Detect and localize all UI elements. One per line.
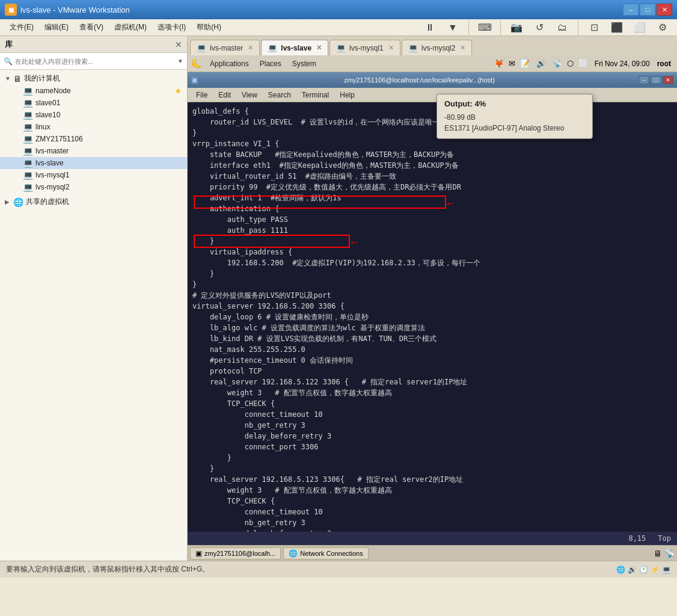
tree-item-lvsmaster[interactable]: 💻 lvs-master (0, 145, 187, 157)
statusbar-icon-power: ⚡ (651, 565, 660, 574)
tab-close-lvsmysql1[interactable]: ✕ (388, 44, 394, 52)
menubar: 文件(E) 编辑(E) 查看(V) 虚拟机(M) 选项卡(I) 帮助(H) ⏸ … (0, 19, 677, 36)
menu-file[interactable]: 文件(E) (5, 20, 38, 34)
menu-tab[interactable]: 选项卡(I) (153, 20, 191, 34)
terminal-close-button[interactable]: ✕ (663, 76, 673, 84)
tree-item-slave10[interactable]: 💻 slave10 (0, 109, 187, 121)
statusbar-icon-network: 🌐 (616, 565, 625, 574)
terminal-controls: – □ ✕ (639, 76, 673, 84)
sidebar-title: 库 (5, 39, 13, 50)
gnome-logo-icon: 🦶 (191, 59, 201, 69)
toolbar-sep-3 (578, 20, 578, 35)
close-button[interactable]: ✕ (657, 4, 672, 16)
snapshot-button[interactable]: 📷 (507, 19, 526, 36)
tab-close-lvsslave[interactable]: ✕ (316, 44, 322, 52)
right-panel: 💻 lvs-master ✕ 💻 lvs-slave ✕ 💻 lvs-mysql… (188, 36, 677, 561)
tab-lvsmysql1[interactable]: 💻 lvs-mysql1 ✕ (329, 40, 400, 55)
fit-guest-button[interactable]: ⊡ (584, 19, 604, 36)
tree-item-slave01[interactable]: 💻 slave01 (0, 97, 187, 109)
send-ctrl-alt-del-button[interactable]: ⌨ (475, 19, 494, 36)
sidebar-close-button[interactable]: ✕ (175, 40, 182, 49)
window-title: lvs-slave - VMware Workstation (20, 5, 130, 14)
gnome-menu-system[interactable]: System (287, 58, 321, 69)
datetime-label: Fri Nov 24, 09:00 (595, 60, 650, 68)
vm-icon-lvsmysql1: 💻 (23, 170, 33, 180)
volume-db: -80.99 dB (444, 112, 585, 123)
cursor-position: 8,15 (628, 534, 646, 543)
tab-lvsslave[interactable]: 💻 lvs-slave ✕ (261, 40, 328, 55)
vm-icon-slave01: 💻 (23, 98, 33, 108)
window-controls: – □ ✕ (623, 4, 672, 16)
term-menu-edit[interactable]: Edit (213, 90, 236, 100)
bluetooth-icon: ⬡ (567, 59, 574, 68)
terminal-task-icon: ▣ (195, 549, 202, 558)
tab-close-lvsmysql2[interactable]: ✕ (460, 44, 465, 52)
browser-icon: 🦊 (494, 59, 504, 68)
manage-snapshots-button[interactable]: 🗂 (553, 19, 572, 36)
menu-help[interactable]: 帮助(H) (192, 20, 226, 34)
terminal-maximize-button[interactable]: □ (651, 76, 661, 84)
vm-icon-namenode: 💻 (23, 86, 33, 96)
terminal-taskbar-btn[interactable]: ▣ zmy21751106@localh... (190, 547, 281, 559)
code-status: 8,15 Top (188, 532, 677, 545)
tree-item-lvsmysql1[interactable]: 💻 lvs-mysql1 (0, 169, 187, 181)
tree-item-shared[interactable]: ▶ 🌐 共享的虚拟机 (0, 196, 187, 208)
maximize-button[interactable]: □ (640, 4, 655, 16)
user-label: root (657, 60, 671, 68)
tree-item-linux[interactable]: 💻 linux (0, 121, 187, 133)
tree-item-namenode[interactable]: 💻 nameNode ★ (0, 85, 187, 97)
menu-view[interactable]: 查看(V) (75, 20, 108, 34)
revert-button[interactable]: ↺ (530, 19, 549, 36)
vm-icon-lvsslave: 💻 (23, 158, 33, 168)
vm-tree: ▼ 🖥 我的计算机 💻 nameNode ★ 💻 slave01 (0, 70, 187, 561)
tray-icon-1[interactable]: 🖥 (654, 549, 662, 558)
terminal-minimize-button[interactable]: – (639, 76, 649, 84)
titlebar-left: ▣ lvs-slave - VMware Workstation (5, 4, 130, 16)
tab-icon-lvsmaster: 💻 (197, 43, 206, 52)
term-menu-help[interactable]: Help (335, 90, 360, 100)
tree-item-zmy[interactable]: 💻 ZMY21751106 (0, 133, 187, 145)
tray-icon-2[interactable]: 📡 (664, 549, 675, 558)
term-menu-view[interactable]: View (237, 90, 262, 100)
sidebar-header: 库 ✕ (0, 36, 187, 53)
unity-button[interactable]: ⬜ (630, 19, 649, 36)
tab-icon-lvsslave: 💻 (268, 43, 277, 52)
view-fullscreen-button[interactable]: ⬛ (607, 19, 626, 36)
preferences-button[interactable]: ⚙ (653, 19, 672, 36)
pause-button[interactable]: ⏸ (420, 19, 440, 36)
tabbar: 💻 lvs-master ✕ 💻 lvs-slave ✕ 💻 lvs-mysql… (188, 36, 677, 55)
gnome-bar: 🦶 Applications Places System 🦊 ✉ 📝 🔊 📡 ⬡… (188, 55, 677, 72)
speaker-icon[interactable]: 🔊 (536, 59, 546, 68)
dropdown-button[interactable]: ▼ (443, 19, 462, 36)
star-icon-namenode: ★ (174, 86, 182, 96)
sidebar: 库 ✕ 🔍 ▼ ▼ 🖥 我的计算机 💻 nameNode (0, 36, 188, 561)
vm-icon-zmy: 💻 (23, 134, 33, 144)
network-icon: 📡 (553, 59, 562, 68)
terminal-menubar: File Edit View Search Terminal Help (188, 88, 677, 102)
tab-close-lvsmaster[interactable]: ✕ (248, 44, 253, 52)
shared-icon: 🌐 (13, 197, 23, 207)
tree-root: ▼ 🖥 我的计算机 💻 nameNode ★ 💻 slave01 (0, 72, 187, 208)
code-area[interactable]: global_defs { router_id LVS_DEVEL # 设置lv… (188, 102, 677, 532)
menu-edit[interactable]: 编辑(E) (40, 20, 73, 34)
gnome-menu-places[interactable]: Places (255, 58, 286, 69)
tree-item-mycomputer[interactable]: ▼ 🖥 我的计算机 (0, 72, 187, 85)
tree-item-lvsslave[interactable]: 💻 lvs-slave (0, 157, 187, 169)
term-menu-terminal[interactable]: Terminal (297, 90, 334, 100)
minimize-button[interactable]: – (623, 4, 639, 16)
tab-lvsmysql2[interactable]: 💻 lvs-mysql2 ✕ (402, 40, 473, 55)
volume-popup: Output: 4% -80.99 dB ES1371 [AudioPCI-97… (437, 94, 593, 139)
menu-vm[interactable]: 虚拟机(M) (109, 20, 152, 34)
tab-lvsmaster[interactable]: 💻 lvs-master ✕ (190, 40, 260, 55)
search-input[interactable] (15, 58, 175, 65)
gnome-menu-applications[interactable]: Applications (205, 58, 254, 69)
toolbar-sep-2 (500, 20, 501, 35)
network-connections-taskbar-btn[interactable]: 🌐 Network Connections (283, 547, 369, 559)
envelope-icon: ✉ (509, 59, 515, 68)
toolbar-sep-1 (468, 20, 469, 35)
term-menu-search[interactable]: Search (263, 90, 296, 100)
vm-icon-slave10: 💻 (23, 110, 33, 120)
term-menu-file[interactable]: File (191, 90, 212, 100)
tree-item-lvsmysql2[interactable]: 💻 lvs-mysql2 (0, 181, 187, 193)
search-dropdown-icon[interactable]: ▼ (177, 58, 183, 64)
